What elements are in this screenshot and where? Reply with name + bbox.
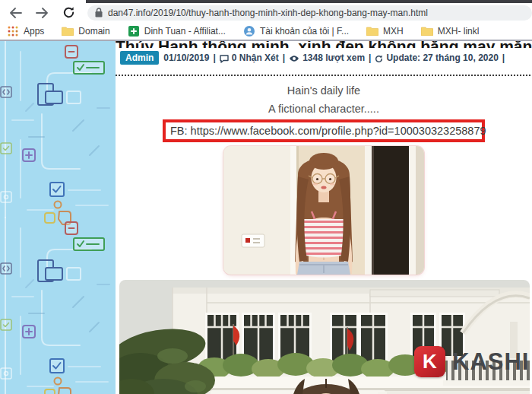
author-badge: Admin <box>120 51 159 65</box>
back-button[interactable] <box>8 5 23 21</box>
bookmark-label: Tài khoản của tôi | F... <box>260 26 349 37</box>
folder-icon <box>421 25 433 37</box>
bookmark-label: Dinh Tuan - Affiliat... <box>144 26 226 37</box>
kashi-logo-icon: K <box>414 346 445 377</box>
folder-icon <box>62 25 74 37</box>
browser-toolbar: dan47.info/2019/10/thuy-hanh-thong-minh-… <box>0 3 532 22</box>
dotted-divider <box>116 75 530 76</box>
apps-grid-icon <box>7 25 19 37</box>
bookmarks-bar: Apps Domain Dinh Tuan - Affiliat... Tài … <box>0 22 532 40</box>
browser-chrome: dan47.info/2019/10/thuy-hanh-thong-minh-… <box>0 0 532 41</box>
view-count: 1348 lượt xem <box>302 52 365 63</box>
kashi-logo-text: KASHI <box>452 348 529 376</box>
bookmark-label: Apps <box>24 26 44 37</box>
bookmark-label: MXH- linkl <box>438 26 480 37</box>
bookmark-tai-khoan[interactable]: Tài khoản của tôi | F... <box>243 25 349 37</box>
eye-icon <box>289 55 299 62</box>
update-date: Update: 27 tháng 10, 2020 <box>386 52 498 63</box>
post-text-line1: Hain's daily life <box>116 84 532 97</box>
bookmark-folder-domain[interactable]: Domain <box>62 25 109 37</box>
apps-shortcut[interactable]: Apps <box>7 25 44 37</box>
refresh-icon <box>375 55 383 63</box>
facebook-link-box: FB: https://www.facebook.com/profile.php… <box>163 119 485 142</box>
article-content: Thúy Hạnh thông minh, xinh đẹp không bằn… <box>116 41 532 394</box>
post-title-clipped: Thúy Hạnh thông minh, xinh đẹp không bằn… <box>116 41 532 48</box>
address-bar[interactable]: dan47.info/2019/10/thuy-hanh-thong-minh-… <box>87 5 532 21</box>
post-meta: Admin 01/10/2019 | 0 Nhận Xét | 1348 lượ… <box>120 51 532 65</box>
bookmark-dinh-tuan[interactable]: Dinh Tuan - Affiliat... <box>128 25 226 37</box>
kashi-watermark: K KASHI <box>414 346 529 377</box>
facebook-link-text: FB: https://www.facebook.com/profile.php… <box>170 125 486 137</box>
folder-icon <box>366 25 378 37</box>
bookmark-folder-mxh[interactable]: MXH <box>366 25 404 37</box>
post-text-line2: A fictional character..... <box>116 103 532 115</box>
reload-button[interactable] <box>61 5 76 21</box>
bookmark-label: MXH <box>383 26 404 37</box>
forward-button[interactable] <box>34 5 49 21</box>
post-date: 01/10/2019 <box>163 52 209 63</box>
post-image-girl-portrait <box>223 146 424 275</box>
sidebar-decorative-pattern <box>0 41 116 394</box>
comment-count: 0 Nhận Xét <box>232 52 279 63</box>
ssl-lock-icon[interactable] <box>95 8 103 17</box>
url-text: dan47.info/2019/10/thuy-hanh-thong-minh-… <box>108 8 428 18</box>
bookmark-folder-mxh-linkl[interactable]: MXH- linkl <box>421 25 480 37</box>
person-favicon <box>243 25 255 37</box>
comment-icon <box>220 55 229 63</box>
webpage: Thúy Hạnh thông minh, xinh đẹp không bằn… <box>0 41 532 394</box>
green-plus-favicon <box>128 25 140 37</box>
bookmark-label: Domain <box>78 26 109 37</box>
